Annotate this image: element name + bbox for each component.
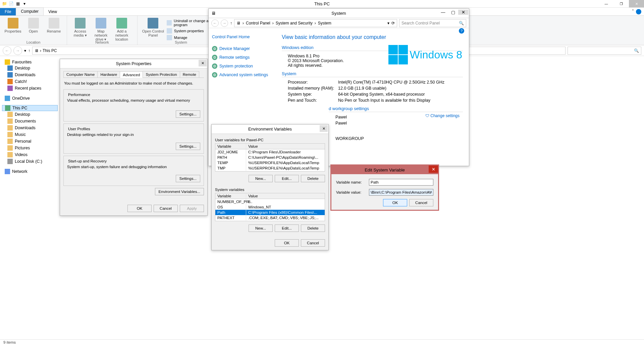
- minimize-button[interactable]: —: [438, 10, 448, 15]
- sys-delete-button[interactable]: Delete: [301, 225, 325, 232]
- close-button[interactable]: ✕: [320, 125, 328, 132]
- tab-hardware[interactable]: Hardware: [97, 71, 120, 78]
- pc-icon: 🖥: [35, 48, 39, 53]
- maximize-button[interactable]: ▢: [448, 10, 458, 15]
- ok-button[interactable]: OK: [275, 239, 299, 247]
- nav-item[interactable]: Personal: [2, 138, 58, 145]
- tab-remote[interactable]: Remote: [180, 71, 199, 78]
- up-button[interactable]: ↑: [28, 48, 30, 53]
- minimize-button[interactable]: —: [599, 0, 614, 7]
- sys-vars-table[interactable]: VariableValue NUMBER_OF_PR...8 OSWindows…: [215, 193, 325, 221]
- nav-item[interactable]: Pictures: [2, 145, 58, 151]
- user-delete-button[interactable]: Delete: [301, 175, 325, 182]
- help-icon[interactable]: ?: [459, 28, 464, 34]
- up-button[interactable]: ↑: [230, 21, 232, 26]
- legend: User Profiles: [67, 127, 91, 131]
- onedrive-header[interactable]: OneDrive: [2, 96, 58, 101]
- variable-name-input[interactable]: [369, 179, 433, 186]
- network-header[interactable]: Network: [2, 169, 58, 174]
- remote-settings-link[interactable]: ⚙Remote settings: [212, 53, 272, 62]
- search-input[interactable]: 🔍: [568, 47, 641, 55]
- search-icon: 🔍: [459, 21, 464, 26]
- close-button[interactable]: ✕: [629, 0, 644, 7]
- user-vars-table[interactable]: VariableValue JD2_HOMEC:\Program Files\J…: [215, 143, 325, 171]
- tab-view[interactable]: View: [44, 8, 62, 15]
- cancel-button[interactable]: Cancel: [409, 199, 433, 206]
- qat-properties-icon[interactable]: ▦: [15, 1, 21, 7]
- tab-computer[interactable]: Computer: [16, 7, 44, 15]
- qat-new-icon[interactable]: 📄: [8, 1, 14, 7]
- tab-system-protection[interactable]: System Protection: [143, 71, 180, 78]
- map-drive-button[interactable]: Map network drive ▾: [91, 17, 111, 42]
- window-icon: 🖥: [211, 11, 216, 16]
- sys-edit-button[interactable]: Edit...: [275, 225, 299, 232]
- back-button[interactable]: ←: [211, 19, 219, 27]
- thispc-header[interactable]: This PC: [2, 105, 58, 111]
- nav-item[interactable]: Downloads: [2, 125, 58, 131]
- advanced-settings-link[interactable]: ⚙Advanced system settings: [212, 70, 272, 79]
- section-header: System: [282, 71, 463, 77]
- apply-button[interactable]: Apply: [180, 205, 204, 212]
- group-label: Location: [0, 40, 67, 44]
- breadcrumb[interactable]: 🖥› Control Panel› System and Security› S…: [234, 19, 397, 27]
- refresh-icon[interactable]: ⟳: [391, 21, 395, 26]
- nav-tree: Favourites Desktop Downloads Catch! Rece…: [0, 56, 60, 339]
- user-new-button[interactable]: New...: [249, 175, 273, 182]
- maximize-button[interactable]: ❐: [614, 0, 629, 7]
- device-manager-link[interactable]: ⚙Device Manager: [212, 44, 272, 53]
- nav-item[interactable]: Desktop: [2, 111, 58, 118]
- nav-item[interactable]: Local Disk (C:): [2, 158, 58, 165]
- tab-file[interactable]: File: [0, 8, 16, 15]
- forward-button[interactable]: →: [221, 19, 228, 27]
- cp-home-link[interactable]: Control Panel Home: [212, 33, 272, 41]
- nav-item[interactable]: Catch!: [2, 78, 58, 85]
- qat-dropdown-icon[interactable]: ▾: [21, 1, 28, 7]
- close-button[interactable]: ✕: [458, 10, 468, 15]
- close-button[interactable]: ✕: [199, 60, 207, 66]
- explorer-titlebar: 📁 📄 ▦ ▾ This PC — ❐ ✕: [0, 0, 644, 8]
- qat-folder-icon: 📁: [1, 1, 7, 7]
- nav-item[interactable]: Music: [2, 131, 58, 138]
- variable-value-label: Variable value:: [336, 190, 366, 194]
- nav-item[interactable]: Downloads: [2, 71, 58, 78]
- access-media-button[interactable]: Access media ▾: [70, 17, 91, 42]
- search-input[interactable]: Search Control Panel🔍: [399, 19, 466, 27]
- close-button[interactable]: ✕: [429, 165, 438, 173]
- profiles-settings-button[interactable]: Settings...: [176, 143, 200, 150]
- dialog-tabs: Computer Name Hardware Advanced System P…: [63, 71, 204, 78]
- workgroup: WORKGROUP: [335, 136, 364, 141]
- change-settings-link[interactable]: 🛡 Change settings: [425, 113, 460, 118]
- pen-touch-value: No Pen or Touch Input is available for t…: [338, 98, 430, 103]
- nav-item[interactable]: Videos: [2, 151, 58, 158]
- group-label: Network: [67, 40, 137, 44]
- open-button[interactable]: Open: [23, 17, 44, 33]
- system-protection-link[interactable]: ⚙System protection: [212, 62, 272, 70]
- nav-item[interactable]: Recent places: [2, 85, 58, 92]
- full-name: Pawel: [335, 121, 347, 126]
- env-vars-button[interactable]: Environment Variables...: [155, 188, 204, 195]
- perf-settings-button[interactable]: Settings...: [176, 110, 200, 118]
- forward-button[interactable]: →: [13, 46, 22, 55]
- cancel-button[interactable]: Cancel: [154, 205, 178, 212]
- user-edit-button[interactable]: Edit...: [275, 175, 299, 182]
- back-button[interactable]: ←: [3, 46, 11, 55]
- help-icon[interactable]: ?: [636, 9, 641, 14]
- ok-button[interactable]: OK: [127, 205, 152, 212]
- tab-computer-name[interactable]: Computer Name: [63, 71, 98, 78]
- variable-value-input[interactable]: [369, 189, 433, 196]
- window-title: 🖥 System — ▢ ✕: [209, 9, 469, 18]
- rename-button[interactable]: Rename: [44, 17, 64, 33]
- sys-new-button[interactable]: New...: [249, 225, 273, 232]
- favourites-header[interactable]: Favourites: [2, 59, 58, 65]
- add-location-button[interactable]: Add a network location: [111, 17, 132, 42]
- startup-settings-button[interactable]: Settings...: [176, 175, 200, 182]
- user-vars-label: User variables for Pawel-PC: [215, 138, 325, 142]
- properties-button[interactable]: Properties: [3, 17, 23, 33]
- history-dropdown[interactable]: ▾: [24, 48, 26, 53]
- nav-item[interactable]: Desktop: [2, 65, 58, 71]
- ok-button[interactable]: OK: [383, 199, 407, 206]
- cancel-button[interactable]: Cancel: [301, 239, 325, 247]
- nav-item[interactable]: Documents: [2, 118, 58, 125]
- ribbon-collapse-icon[interactable]: ˄: [632, 9, 634, 14]
- tab-advanced[interactable]: Advanced: [120, 71, 143, 78]
